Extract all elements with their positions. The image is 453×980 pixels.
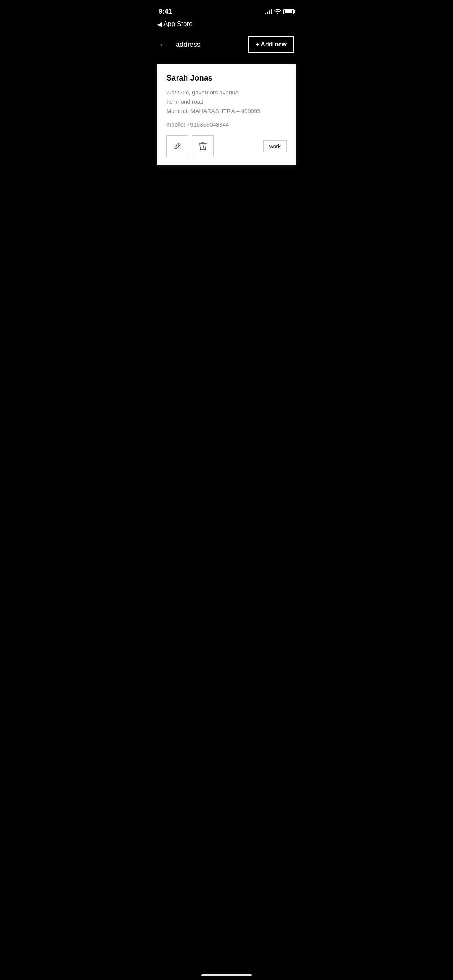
edit-button[interactable] bbox=[166, 135, 188, 157]
page-title: address bbox=[176, 41, 201, 49]
card-name: Sarah Jonas bbox=[166, 74, 287, 82]
arrow-left-icon: ← bbox=[159, 40, 167, 49]
card-address: 222222c, governors avenue richmond road … bbox=[166, 88, 287, 116]
battery-icon bbox=[283, 9, 294, 14]
back-chevron-icon: ◀ bbox=[157, 21, 162, 28]
add-new-button[interactable]: + Add new bbox=[248, 36, 294, 53]
back-arrow-container: ← bbox=[159, 40, 169, 49]
app-store-nav[interactable]: ◀ App Store bbox=[151, 19, 302, 32]
edit-icon-container bbox=[171, 140, 184, 152]
wifi-icon bbox=[274, 9, 281, 15]
trash-icon bbox=[199, 142, 207, 151]
status-icons bbox=[265, 9, 294, 15]
card-mobile: mobile: +916355048844 bbox=[166, 121, 287, 128]
status-bar: 9:41 bbox=[151, 0, 302, 19]
app-store-label: App Store bbox=[163, 20, 193, 28]
delete-button[interactable] bbox=[192, 135, 214, 157]
address-card: Sarah Jonas 222222c, governors avenue ri… bbox=[157, 64, 296, 165]
pencil-icon bbox=[173, 142, 181, 150]
card-actions: work bbox=[166, 135, 287, 157]
signal-bars-icon bbox=[265, 9, 272, 14]
status-time: 9:41 bbox=[159, 8, 172, 15]
action-buttons bbox=[166, 135, 214, 157]
back-navigation[interactable]: ← address bbox=[159, 40, 201, 49]
address-header: ← address + Add new bbox=[151, 32, 302, 60]
type-badge: work bbox=[263, 140, 287, 152]
